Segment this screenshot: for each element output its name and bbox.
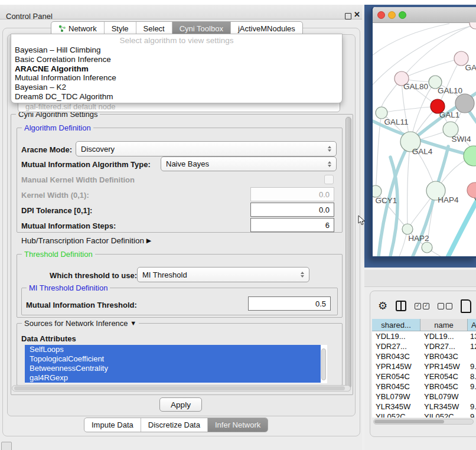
table-cell: 9. [468, 381, 476, 392]
table-rows: YDL19...YDL19...13YDR27...YDR27...12YBR0… [372, 331, 476, 418]
table-row[interactable]: YBL079WYBL079W [372, 392, 476, 402]
dpi-tolerance-label: DPI Tolerance [0,1]: [21, 206, 92, 215]
table-row[interactable]: YBR043CYBR043C [372, 351, 476, 361]
network-node-gcy1[interactable] [373, 185, 382, 197]
node-label-y: Y [474, 196, 476, 205]
column-header-shared[interactable]: shared... [372, 319, 420, 331]
algorithm-option-dream8-dc-tdc-algorithm[interactable]: Dream8 DC_TDC Algorithm [11, 92, 342, 102]
settings-horizontal-scrollbar-thumb[interactable] [14, 386, 345, 390]
node-label-hap2: HAP2 [408, 234, 429, 243]
table-cell: YER054C [420, 371, 468, 381]
node-label-swi4: SWI4 [451, 135, 471, 144]
data-attribute-gal4rgexp[interactable]: gal4RGexp [25, 373, 321, 383]
algorithm-list: Bayesian – Hill ClimbingBasic Correlatio… [11, 45, 342, 102]
kernel-width-label: Kernel Width (0,1): [21, 191, 89, 200]
algorithm-option-aracne-algorithm[interactable]: ARACNE Algorithm [11, 64, 342, 74]
table-row[interactable]: YBR045CYBR045C9. [372, 381, 476, 392]
sources-group-title: Sources for Network Inference ▼ [22, 319, 139, 328]
table-cell: 9. [468, 402, 476, 412]
network-window-titlebar[interactable] [373, 7, 476, 23]
data-attributes-list: SelfLoopsTopologicalCoefficientBetweenne… [25, 345, 327, 383]
table-horizontal-scrollbar-thumb[interactable] [374, 420, 444, 423]
table-toolbar: ⚙✓✓ [378, 296, 476, 315]
network-canvas[interactable]: GALGAL80GAL10GAL1GAL11GAL4SWI4GCY1HAP4YH… [373, 22, 476, 256]
algorithm-option-basic-correlation-inference[interactable]: Basic Correlation Inference [11, 55, 342, 64]
which-threshold-select[interactable]: MI Threshold [137, 267, 309, 282]
table-cell: YBL079W [372, 392, 420, 402]
deselect-checkboxes-icon[interactable] [438, 303, 452, 309]
algorithm-combo-placeholder[interactable]: Select algorithm to view settings [11, 35, 342, 45]
threshold-definition-title: Threshold Definition [22, 250, 95, 259]
algorithm-option-bayesian-hill-climbing[interactable]: Bayesian – Hill Climbing [11, 45, 342, 55]
table-row[interactable]: YIL052CYIL052C9 [372, 412, 476, 418]
table-cell: YBL079W [420, 392, 468, 402]
document-icon[interactable] [461, 299, 471, 313]
node-label-gal11: GAL11 [384, 118, 408, 126]
table-row[interactable]: YPR145WYPR145W9. [372, 361, 476, 371]
network-node-swi4[interactable] [464, 146, 476, 166]
column-header-a[interactable]: A [468, 319, 476, 331]
attributes-scrollbar-thumb[interactable] [321, 348, 326, 380]
algorithm-dropdown-popup: Select algorithm to view settings Bayesi… [11, 34, 343, 103]
table-cell: YPR145W [420, 361, 468, 371]
algorithm-option-mutual-information-inference[interactable]: Mutual Information Inference [11, 73, 342, 83]
close-traffic-light-icon[interactable] [377, 11, 385, 19]
mi-steps-field[interactable]: 6 [250, 218, 334, 232]
data-attribute-betweennesscentrality[interactable]: BetweennessCentrality [25, 364, 321, 373]
column-header-name[interactable]: name [420, 319, 468, 331]
select-all-checkboxes-icon[interactable]: ✓✓ [415, 303, 429, 309]
split-columns-icon[interactable] [396, 301, 406, 311]
tab-label: Style [112, 24, 129, 33]
top-strip [0, 0, 476, 5]
network-node[interactable] [422, 242, 432, 253]
kernel-width-field[interactable]: 0.0 [250, 187, 334, 201]
aracne-mode-value: Discovery [81, 145, 115, 154]
mi-algorithm-type-select[interactable]: Naive Bayes [161, 156, 337, 171]
tab-discretize-data[interactable]: Discretize Data [141, 418, 208, 432]
dpi-tolerance-field[interactable]: 0.0 [250, 203, 334, 217]
tab-infer-network[interactable]: Infer Network [208, 418, 268, 432]
collapsed-panel-button[interactable] [1, 442, 12, 450]
tab-label: Discretize Data [148, 420, 200, 429]
settings-gear-icon[interactable]: ⚙ [378, 301, 387, 311]
hub-definition-expander[interactable]: Hub/Transcription Factor Definition ▶ [21, 236, 151, 245]
apply-button[interactable]: Apply [159, 397, 202, 412]
table-cell: YDR27... [372, 341, 420, 351]
table-cell: YBR045C [372, 381, 420, 392]
zoom-traffic-light-icon[interactable] [399, 11, 406, 19]
bottom-tabbar: Impute DataDiscretize DataInfer Network [84, 418, 268, 432]
network-view-window: GALGAL80GAL10GAL1GAL11GAL4SWI4GCY1HAP4YH… [371, 7, 476, 258]
node-label-hap4: HAP4 [438, 195, 459, 204]
tab-label: Network [69, 24, 97, 33]
network-node-gal11[interactable] [376, 107, 387, 119]
table-cell: YER054C [372, 371, 420, 381]
node-label-gal4: GAL4 [412, 147, 433, 156]
table-row[interactable]: YLR345WYLR345W9. [372, 402, 476, 412]
table-cell: YPR145W [372, 361, 420, 371]
close-panel-icon[interactable]: ✕ [354, 10, 360, 19]
table-panel-titlebar: Table Panel [364, 270, 476, 287]
tab-impute-data[interactable]: Impute Data [84, 418, 141, 432]
float-window-icon[interactable] [345, 13, 351, 19]
algorithm-option-bayesian-k2[interactable]: Bayesian – K2 [11, 83, 342, 92]
table-row[interactable]: YDL19...YDL19...13 [372, 331, 476, 341]
table-row[interactable]: YDR27...YDR27...12 [372, 341, 476, 351]
manual-kernel-width-checkbox[interactable] [324, 175, 334, 184]
aracne-mode-select[interactable]: Discovery [76, 141, 337, 156]
network-node[interactable] [470, 22, 476, 29]
table-cell: 9. [468, 361, 476, 371]
node-label-gal80: GAL80 [403, 82, 428, 91]
mi-steps-label: Mutual Information Steps: [21, 221, 116, 230]
table-cell: YBR043C [372, 351, 420, 361]
mi-threshold-field[interactable]: 0.5 [248, 296, 331, 311]
data-attributes-label: Data Attributes [21, 334, 76, 343]
table-row[interactable]: YER054CYER054C8. [372, 371, 476, 381]
network-node-hap2[interactable] [402, 224, 413, 234]
settings-vertical-scrollbar-thumb[interactable] [345, 117, 351, 389]
checkbox-glyph: ✓ [423, 303, 429, 309]
stepper-icon [328, 161, 331, 167]
data-attribute-selfloops[interactable]: SelfLoops [25, 345, 321, 354]
mi-algorithm-type-label: Mutual Information Algorithm Type: [21, 160, 151, 169]
minimize-traffic-light-icon[interactable] [388, 11, 396, 19]
data-attribute-topologicalcoefficient[interactable]: TopologicalCoefficient [25, 354, 321, 364]
